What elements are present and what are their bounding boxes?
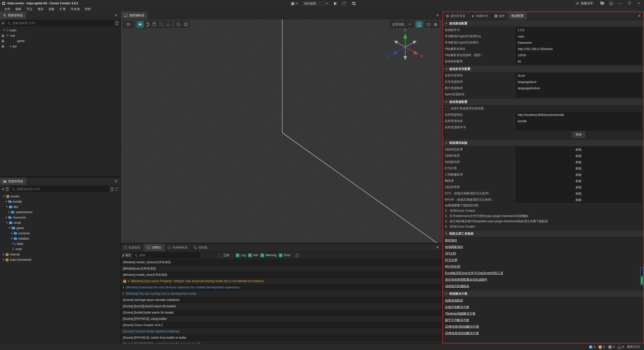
doc-link[interactable]: 战棋游戏框架: [445, 298, 463, 303]
gizmo-tool-button[interactable]: [165, 21, 172, 28]
assets-search-input[interactable]: 搜索名称或 UUID: [10, 186, 109, 192]
log-filter-checkbox[interactable]: ✓Warning: [260, 253, 276, 257]
warning-count[interactable]: ! 1: [598, 345, 605, 349]
doc-link[interactable]: 动画状态机编辑器: [445, 284, 469, 288]
doc-link[interactable]: 游戏模板项目: [445, 245, 463, 249]
log-filter-checkbox[interactable]: ✓Log: [236, 253, 246, 257]
scrollbar-thumb[interactable]: [641, 276, 643, 284]
asset-node[interactable]: initialize: [0, 236, 120, 241]
chevron-down-icon[interactable]: [6, 222, 8, 223]
collapse-section-icon[interactable]: [445, 101, 447, 103]
console-log-row[interactable]: [Scene] [PHYSICS2D]: switch from box2d-w…: [121, 341, 442, 343]
menu-item[interactable]: 项目: [35, 7, 46, 11]
chevron-down-icon[interactable]: [7, 35, 9, 36]
asset-node[interactable]: libs: [0, 204, 120, 209]
info-count[interactable]: i 3: [589, 345, 595, 349]
menu-item[interactable]: 编辑: [13, 7, 24, 11]
rotate-tool-button[interactable]: [144, 21, 151, 28]
snap-tool-button[interactable]: [175, 21, 182, 28]
console-tab[interactable]: 动画编辑器: [165, 244, 191, 251]
doc-link[interactable]: Tiledmap地图解决方案: [445, 312, 475, 316]
save-button[interactable]: 保存: [572, 132, 585, 138]
config-input[interactable]: [516, 73, 641, 78]
doc-link[interactable]: 原生包热更新配置自动生成插件: [445, 278, 487, 282]
config-input[interactable]: [516, 85, 641, 91]
local-global-button[interactable]: [182, 21, 189, 28]
doc-link[interactable]: ECS文档: [445, 258, 457, 262]
axis-z-cone[interactable]: [392, 51, 397, 55]
hierarchy-menu-button[interactable]: ≡: [112, 12, 120, 19]
remove-module-button[interactable]: 剔除: [516, 166, 641, 171]
tab-hierarchy[interactable]: 层级管理器: [0, 12, 26, 19]
lock-icon[interactable]: [2, 46, 4, 48]
console-log-row[interactable]: [Scene] meshopt wasm decoder initialized: [121, 297, 442, 303]
filter-icon[interactable]: [111, 188, 113, 191]
move-tool-button[interactable]: [137, 21, 144, 28]
collapse-section-icon[interactable]: [445, 233, 447, 234]
asset-node[interactable]: game: [0, 225, 120, 231]
config-input[interactable]: [516, 59, 641, 64]
console-log-row[interactable]: [Window] model_view文件夹存在: [121, 272, 442, 278]
remove-module-button[interactable]: 剔除: [516, 172, 641, 178]
remove-module-button[interactable]: 剔除: [516, 147, 641, 152]
asset-node[interactable]: common: [0, 231, 120, 236]
doc-link[interactable]: MVVM文档: [445, 265, 460, 269]
section-header[interactable]: 游戏多语言配置: [443, 65, 643, 72]
open-project-folder-button[interactable]: [598, 0, 606, 6]
console-tab[interactable]: 资源预览: [121, 244, 144, 251]
section-header[interactable]: 游戏基础配置: [443, 20, 643, 27]
console-log-row[interactable]: [Scene] Forward render pipeline initiali…: [121, 328, 442, 335]
clear-console-button[interactable]: 清空: [123, 253, 131, 257]
tab-scene-editor[interactable]: 场景编辑器: [121, 12, 148, 19]
asset-node[interactable]: assets: [0, 194, 120, 199]
axis-y-cone[interactable]: [403, 33, 407, 38]
console-log-row[interactable]: [Scene] [bullet]:bullet wasm lib loaded.: [121, 310, 442, 316]
chevron-down-icon[interactable]: [9, 227, 11, 229]
chevron-right-icon[interactable]: [11, 232, 13, 234]
lock-icon[interactable]: [2, 35, 4, 37]
remove-module-button[interactable]: 剔除: [516, 197, 641, 203]
inspector-tab[interactable]: 服务: [491, 12, 508, 20]
checkbox-icon[interactable]: [445, 107, 449, 110]
asset-node[interactable]: bundle: [0, 199, 120, 204]
close-button[interactable]: ×: [635, 1, 642, 5]
console-log-row[interactable]: [Scene] Cocos Creator v3.8.2: [121, 322, 442, 328]
remove-module-button[interactable]: 剔除: [516, 185, 641, 190]
doc-link[interactable]: 新手引导解决方案: [445, 318, 469, 322]
asset-node[interactable]: seedrandom: [0, 209, 120, 215]
remote-load-checkbox-row[interactable]: 游戏中资源是否远程加载: [443, 105, 643, 112]
expand-log-icon[interactable]: [128, 280, 129, 282]
minimize-button[interactable]: —: [616, 1, 623, 5]
build-publish-button[interactable]: 构建发布: [574, 0, 595, 6]
doc-link[interactable]: Excel格式转Json文件与TypeScript代码工具: [445, 271, 503, 275]
collapse-section-icon[interactable]: [445, 142, 447, 144]
scene-menu-button[interactable]: ≡: [433, 12, 442, 19]
sort-assets-icon[interactable]: [6, 188, 9, 191]
chevron-right-icon[interactable]: [10, 45, 11, 47]
add-node-button[interactable]: +: [2, 21, 4, 25]
inspector-menu-button[interactable]: ≡: [635, 12, 643, 20]
console-log-row[interactable]: [Window] render_texture文件夹存在: [121, 259, 442, 266]
add-asset-button[interactable]: +: [2, 187, 4, 191]
section-header[interactable]: 框架文档工具链接: [443, 230, 643, 237]
maximize-button[interactable]: ❐: [626, 1, 632, 5]
filter-icon[interactable]: [115, 22, 118, 25]
chevron-right-icon[interactable]: [3, 259, 4, 261]
remove-module-button[interactable]: 剔除: [516, 191, 641, 196]
scene-camera-button[interactable]: [425, 21, 432, 28]
toggle-3d-button[interactable]: 3D: [123, 21, 134, 28]
chevron-down-icon[interactable]: [3, 196, 5, 197]
chevron-right-icon[interactable]: [6, 201, 7, 203]
doc-link[interactable]: 2D角色扮演游戏解决方案: [445, 325, 479, 329]
config-input[interactable]: [516, 92, 641, 97]
asset-node[interactable]: internal: [0, 252, 120, 257]
remove-module-button[interactable]: 剔除: [516, 159, 641, 165]
inspector-tab[interactable]: 属性检查器: [443, 12, 469, 20]
remove-module-button[interactable]: 剔除: [516, 153, 641, 159]
restart-button[interactable]: [340, 1, 347, 7]
rect-tool-button[interactable]: [158, 21, 165, 28]
refresh-icon[interactable]: [115, 188, 118, 191]
orientation-gizmo[interactable]: Y X Z: [384, 27, 427, 62]
hierarchy-node[interactable]: root: [0, 33, 120, 38]
hierarchy-node[interactable]: gui: [0, 43, 120, 49]
